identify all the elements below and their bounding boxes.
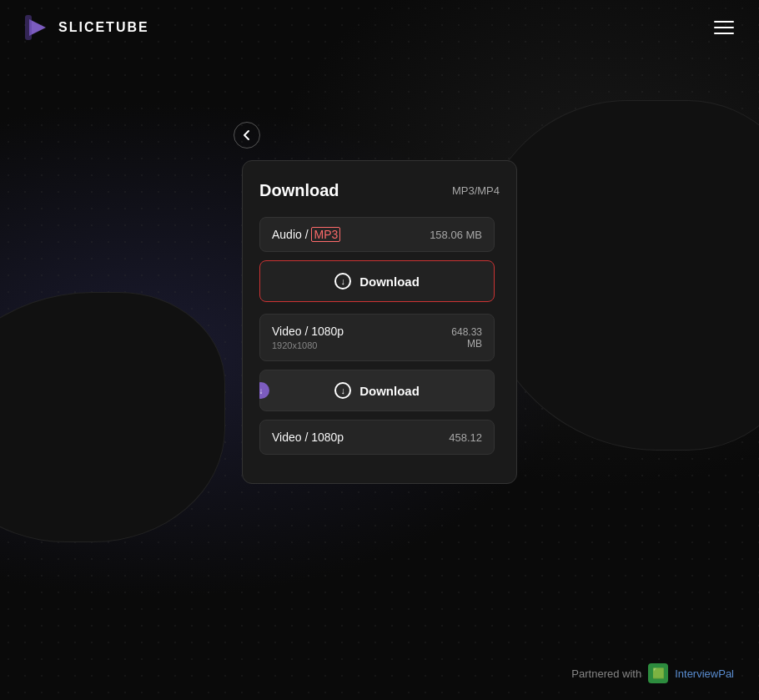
video-format-info-1: Video / 1080p 1920x1080 xyxy=(272,325,344,350)
video-label-2: Video / 1080p xyxy=(272,431,344,444)
download-audio-label: Download xyxy=(359,274,420,289)
navbar: SLICETUBE xyxy=(0,0,759,55)
video-resolution-1: 1920x1080 xyxy=(272,340,344,350)
download-video-label: Download xyxy=(359,384,420,398)
card-format-label: MP3/MP4 xyxy=(452,184,500,197)
main-content: Download MP3/MP4 Audio / MP3 158.06 MB D… xyxy=(0,55,759,484)
video-size-2: 458.12 xyxy=(449,431,482,444)
svg-rect-1 xyxy=(25,15,32,40)
menu-line-2 xyxy=(714,27,734,28)
audio-mp3-format-row: Audio / MP3 158.06 MB xyxy=(259,217,495,252)
video-1080p-format-row-1: Video / 1080p 1920x1080 648.33MB xyxy=(259,314,495,361)
download-video-button-wrapper: Download xyxy=(259,370,495,411)
logo-area: SLICETUBE xyxy=(25,15,149,40)
menu-line-1 xyxy=(714,21,734,23)
logo-icon xyxy=(25,15,50,40)
partner-text: Partnered with xyxy=(571,667,641,680)
download-circle-icon-1 xyxy=(334,273,351,290)
interview-pal-brand: InterviewPal xyxy=(675,667,734,680)
app-name: SLICETUBE xyxy=(58,20,149,35)
hamburger-menu-button[interactable] xyxy=(714,21,734,34)
video-1080p-format-row-2: Video / 1080p 458.12 xyxy=(259,420,495,455)
card-scroll-area[interactable]: Audio / MP3 158.06 MB Download Video / 1… xyxy=(259,217,500,463)
interview-pal-icon: 🟩 xyxy=(648,663,668,683)
audio-mp3-label: Audio / MP3 xyxy=(272,228,340,241)
download-audio-button[interactable]: Download xyxy=(259,260,495,302)
download-circle-icon-2 xyxy=(334,382,351,399)
download-card: Download MP3/MP4 Audio / MP3 158.06 MB D… xyxy=(242,160,517,484)
audio-mp3-size: 158.06 MB xyxy=(430,229,482,241)
menu-line-3 xyxy=(714,33,734,34)
mp3-highlight: MP3 xyxy=(311,227,340,242)
back-button[interactable] xyxy=(234,122,260,149)
card-title: Download xyxy=(259,181,339,200)
card-header: Download MP3/MP4 xyxy=(259,181,500,200)
video-size-1: 648.33MB xyxy=(451,326,482,350)
download-video-button[interactable]: Download xyxy=(259,370,495,411)
video-label-main-1: Video / 1080p xyxy=(272,325,344,338)
footer: Partnered with 🟩 InterviewPal xyxy=(571,663,734,683)
back-arrow-icon xyxy=(240,128,254,142)
